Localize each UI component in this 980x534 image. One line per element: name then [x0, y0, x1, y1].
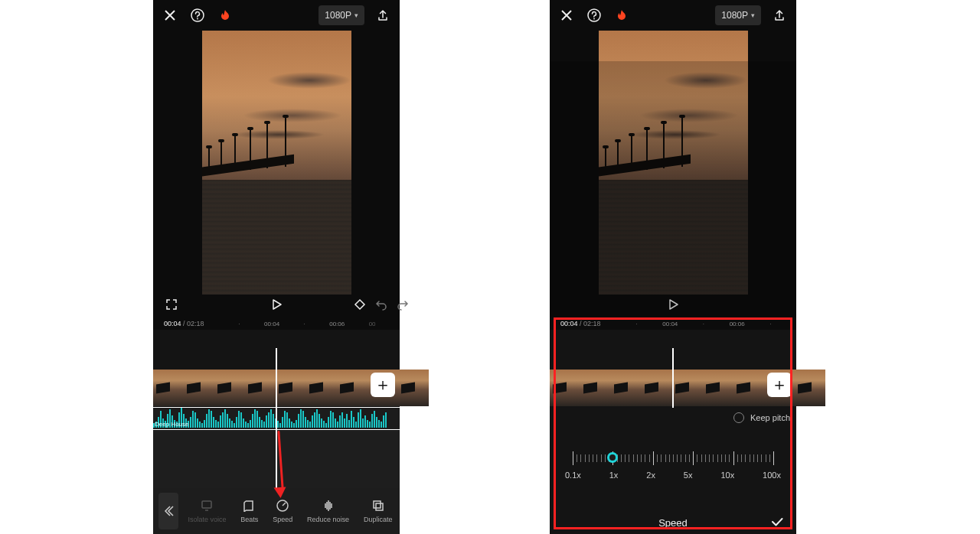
speed-label: 5x: [684, 471, 693, 480]
redo-icon[interactable]: [397, 298, 409, 311]
timecode-mark: 00:04: [662, 321, 678, 327]
speed-labels: 0.1x 1x 2x 5x 10x 100x: [565, 471, 781, 480]
panel-title-row: Speed: [550, 507, 796, 534]
phone-screenshot-left: 1080P ▾: [153, 0, 400, 534]
beats-icon: [243, 499, 256, 513]
resolution-button[interactable]: 1080P ▾: [318, 5, 364, 25]
svg-rect-4: [374, 501, 381, 508]
speed-label: 2x: [646, 471, 655, 480]
speed-label: 1x: [609, 471, 619, 480]
help-icon[interactable]: [190, 8, 205, 23]
tool-label: Duplicate: [364, 516, 393, 523]
playhead[interactable]: [672, 348, 674, 408]
play-button[interactable]: [269, 297, 284, 312]
timecode-mark: 00:06: [329, 321, 345, 327]
undo-icon[interactable]: [375, 298, 387, 311]
resolution-label: 1080P: [325, 10, 351, 21]
tool-label: Beats: [240, 516, 258, 523]
flame-icon[interactable]: [217, 8, 233, 23]
phone-screenshot-right: 1080P ▾: [550, 0, 796, 534]
audio-track-label: Deep House: [155, 421, 188, 428]
panel-title: Speed: [658, 517, 688, 529]
tool-speed[interactable]: Speed: [273, 499, 292, 523]
fullscreen-icon[interactable]: [164, 297, 179, 312]
add-clip-button[interactable]: ＋: [371, 373, 395, 397]
duration: 02:18: [187, 320, 204, 327]
close-icon[interactable]: [559, 8, 574, 23]
speed-label: 10x: [720, 471, 734, 480]
reduce-noise-icon: [322, 499, 335, 513]
isolate-voice-icon: [200, 499, 214, 513]
resolution-label: 1080P: [721, 10, 748, 21]
keep-pitch-label: Keep pitch: [750, 413, 790, 422]
timecode-row: 00:04 / 02:18 · 00:04 · 00:06 ·: [550, 317, 796, 330]
help-icon[interactable]: [586, 8, 602, 23]
svg-rect-2: [202, 501, 211, 508]
collapse-toolbar-button[interactable]: [158, 493, 178, 529]
duplicate-icon: [371, 499, 385, 513]
confirm-button[interactable]: [769, 513, 786, 530]
timecode-row: 00:04 / 02:18 · 00:04 · 00:06 00: [153, 317, 400, 330]
preview-area: [153, 31, 400, 317]
tool-duplicate[interactable]: Duplicate: [364, 499, 393, 523]
svg-rect-5: [376, 503, 383, 510]
keep-pitch-toggle[interactable]: Keep pitch: [733, 412, 790, 423]
tool-label: Isolate voice: [188, 516, 226, 523]
keyframe-icon[interactable]: [354, 298, 366, 311]
video-preview[interactable]: [599, 31, 748, 295]
export-icon[interactable]: [375, 8, 390, 23]
timeline-with-speed-panel: ＋ Keep pitch 0.1x 1x 2x 5x 10x 100x Spee…: [550, 330, 796, 534]
speed-icon: [276, 499, 289, 513]
chevron-down-icon: ▾: [354, 11, 358, 19]
current-time: 00:04: [560, 320, 578, 327]
flame-icon[interactable]: [614, 8, 629, 23]
svg-point-1: [197, 18, 198, 20]
tool-label: Reduce noise: [307, 516, 349, 523]
speed-label: 0.1x: [565, 471, 581, 480]
timecode-mark: 00:04: [264, 321, 279, 327]
speed-label: 100x: [763, 471, 781, 480]
add-clip-button[interactable]: ＋: [767, 373, 792, 397]
preview-controls: [153, 291, 400, 317]
resolution-button[interactable]: 1080P ▾: [715, 5, 761, 25]
video-preview[interactable]: [202, 31, 351, 295]
current-time: 00:04: [164, 320, 181, 327]
playhead[interactable]: [276, 348, 277, 489]
top-bar: 1080P ▾: [153, 0, 400, 31]
duration: 02:18: [583, 320, 601, 327]
preview-area: [550, 31, 796, 317]
export-icon[interactable]: [772, 8, 787, 23]
radio-unchecked-icon: [733, 412, 744, 423]
timecode-mark: 00:06: [730, 321, 745, 327]
tool-label: Speed: [273, 516, 292, 523]
tool-beats[interactable]: Beats: [240, 499, 258, 523]
chevron-down-icon: ▾: [751, 11, 755, 19]
bottom-toolbar: Isolate voice Beats Speed: [153, 488, 400, 534]
timeline[interactable]: ＋ Deep House: [153, 330, 400, 489]
top-bar: 1080P ▾: [550, 0, 796, 31]
play-button[interactable]: [665, 297, 681, 312]
close-icon[interactable]: [162, 8, 178, 23]
tool-reduce-noise[interactable]: Reduce noise: [307, 499, 349, 523]
speed-slider[interactable]: [573, 451, 773, 468]
tool-isolate-voice[interactable]: Isolate voice: [188, 499, 226, 523]
preview-controls: [550, 291, 796, 317]
svg-point-7: [593, 18, 595, 20]
